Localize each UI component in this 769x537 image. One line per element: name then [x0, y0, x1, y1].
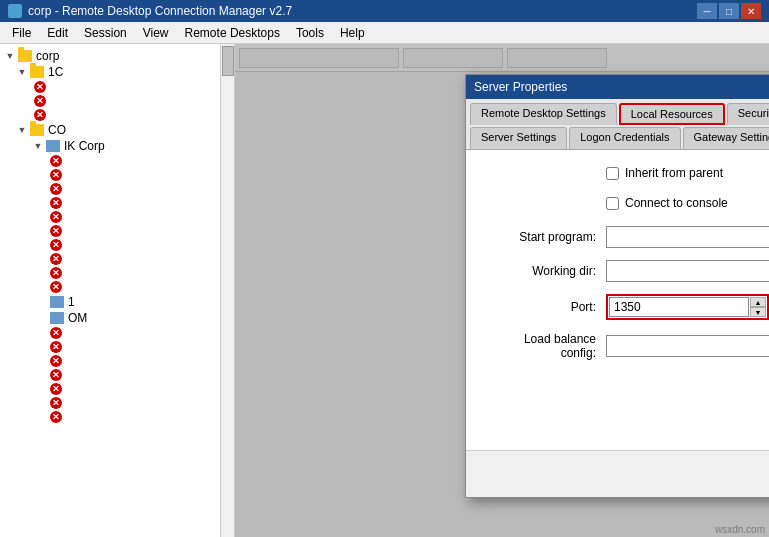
port-container: ▲ ▼	[606, 294, 769, 320]
expand-icon[interactable]: ▼	[16, 66, 28, 78]
list-item[interactable]: ✕	[0, 266, 220, 280]
list-item[interactable]: ✕	[0, 340, 220, 354]
scrollbar-thumb[interactable]	[222, 46, 234, 76]
inherit-from-parent-label: Inherit from parent	[625, 166, 723, 180]
working-dir-label: Working dir:	[486, 264, 606, 278]
error-badge: ✕	[50, 253, 62, 265]
list-item[interactable]: ✕	[0, 182, 220, 196]
tab-gateway-settings[interactable]: Gateway Settings	[683, 127, 770, 149]
tree-node-1[interactable]: 1	[0, 294, 220, 310]
error-badge: ✕	[34, 81, 46, 93]
maximize-button[interactable]: □	[719, 3, 739, 19]
tree-node-1c[interactable]: ▼ 1C	[0, 64, 220, 80]
menu-tools[interactable]: Tools	[288, 24, 332, 42]
connect-to-console-label: Connect to console	[625, 196, 728, 210]
folder-icon	[30, 124, 44, 136]
port-label: Port:	[486, 300, 606, 314]
title-bar: corp - Remote Desktop Connection Manager…	[0, 0, 769, 22]
list-item[interactable]: ✕	[0, 154, 220, 168]
tab-local-resources[interactable]: Local Resources	[619, 103, 725, 125]
error-badge: ✕	[50, 355, 62, 367]
port-input[interactable]	[609, 297, 749, 317]
close-button[interactable]: ✕	[741, 3, 761, 19]
error-badge: ✕	[50, 155, 62, 167]
error-badge: ✕	[50, 239, 62, 251]
error-badge: ✕	[50, 197, 62, 209]
connect-to-console-row: Connect to console	[486, 196, 769, 210]
error-badge: ✕	[50, 211, 62, 223]
error-badge: ✕	[34, 109, 46, 121]
tree-label-1c: 1C	[48, 65, 63, 79]
tree-content: ▼ corp ▼ 1C ✕ ✕ ✕	[0, 44, 220, 428]
spinner-up-button[interactable]: ▲	[750, 297, 766, 307]
minimize-button[interactable]: ─	[697, 3, 717, 19]
menu-edit[interactable]: Edit	[39, 24, 76, 42]
list-item[interactable]: ✕	[0, 210, 220, 224]
start-program-label: Start program:	[486, 230, 606, 244]
error-badge: ✕	[50, 341, 62, 353]
list-item[interactable]: ✕	[0, 224, 220, 238]
menu-remote-desktops[interactable]: Remote Desktops	[177, 24, 288, 42]
server-properties-dialog: Server Properties ✕ Remote Desktop Setti…	[465, 74, 769, 498]
tree-label-om: OM	[68, 311, 87, 325]
list-item[interactable]: ✕	[0, 80, 220, 94]
expand-icon[interactable]: ▼	[32, 140, 44, 152]
menu-file[interactable]: File	[4, 24, 39, 42]
inherit-from-parent-checkbox[interactable]	[606, 167, 619, 180]
load-balance-config-row: Load balance config:	[486, 332, 769, 360]
tab-server-settings[interactable]: Server Settings	[470, 127, 567, 149]
tab-security-settings[interactable]: Security Settings	[727, 103, 769, 125]
port-spinner: ▲ ▼	[750, 297, 766, 317]
list-item[interactable]: ✕	[0, 196, 220, 210]
server-icon	[50, 296, 64, 308]
server-icon	[46, 140, 60, 152]
dialog-content: Inherit from parent Connect to console S…	[466, 150, 769, 450]
error-badge: ✕	[50, 369, 62, 381]
tree-node-om[interactable]: OM	[0, 310, 220, 326]
list-item[interactable]: ✕	[0, 382, 220, 396]
folder-icon	[18, 50, 32, 62]
window-controls[interactable]: ─ □ ✕	[697, 3, 761, 19]
error-badge: ✕	[50, 267, 62, 279]
tree-label-1: 1	[68, 295, 75, 309]
list-item[interactable]: ✕	[0, 168, 220, 182]
tree-scrollbar[interactable]	[220, 44, 234, 537]
menu-bar: File Edit Session View Remote Desktops T…	[0, 22, 769, 44]
connect-to-console-checkbox[interactable]	[606, 197, 619, 210]
list-item[interactable]: ✕	[0, 280, 220, 294]
error-badge: ✕	[50, 169, 62, 181]
list-item[interactable]: ✕	[0, 396, 220, 410]
right-panel: Server Properties ✕ Remote Desktop Setti…	[235, 44, 769, 537]
expand-icon[interactable]: ▼	[16, 124, 28, 136]
modal-overlay: Server Properties ✕ Remote Desktop Setti…	[235, 44, 769, 537]
expand-icon[interactable]: ▼	[4, 50, 16, 62]
dialog-footer: OK Cancel	[466, 450, 769, 497]
tree-node-co[interactable]: ▼ CO	[0, 122, 220, 138]
list-item[interactable]: ✕	[0, 410, 220, 424]
list-item[interactable]: ✕	[0, 326, 220, 340]
start-program-input[interactable]	[606, 226, 769, 248]
menu-view[interactable]: View	[135, 24, 177, 42]
tab-row-2: Server Settings Logon Credentials Gatewa…	[470, 127, 769, 149]
error-badge: ✕	[50, 383, 62, 395]
list-item[interactable]: ✕	[0, 252, 220, 266]
tree-label-corp: corp	[36, 49, 59, 63]
working-dir-row: Working dir:	[486, 260, 769, 282]
spinner-down-button[interactable]: ▼	[750, 307, 766, 317]
working-dir-input[interactable]	[606, 260, 769, 282]
load-balance-config-input[interactable]	[606, 335, 769, 357]
list-item[interactable]: ✕	[0, 108, 220, 122]
list-item[interactable]: ✕	[0, 354, 220, 368]
menu-session[interactable]: Session	[76, 24, 135, 42]
folder-icon	[30, 66, 44, 78]
list-item[interactable]: ✕	[0, 368, 220, 382]
list-item[interactable]: ✕	[0, 238, 220, 252]
tab-remote-desktop-settings[interactable]: Remote Desktop Settings	[470, 103, 617, 125]
error-badge: ✕	[50, 397, 62, 409]
tree-node-corp[interactable]: ▼ corp	[0, 48, 220, 64]
menu-help[interactable]: Help	[332, 24, 373, 42]
tree-node-ikcorp[interactable]: ▼ IK Corp	[0, 138, 220, 154]
list-item[interactable]: ✕	[0, 94, 220, 108]
tab-logon-credentials[interactable]: Logon Credentials	[569, 127, 680, 149]
error-badge: ✕	[50, 183, 62, 195]
